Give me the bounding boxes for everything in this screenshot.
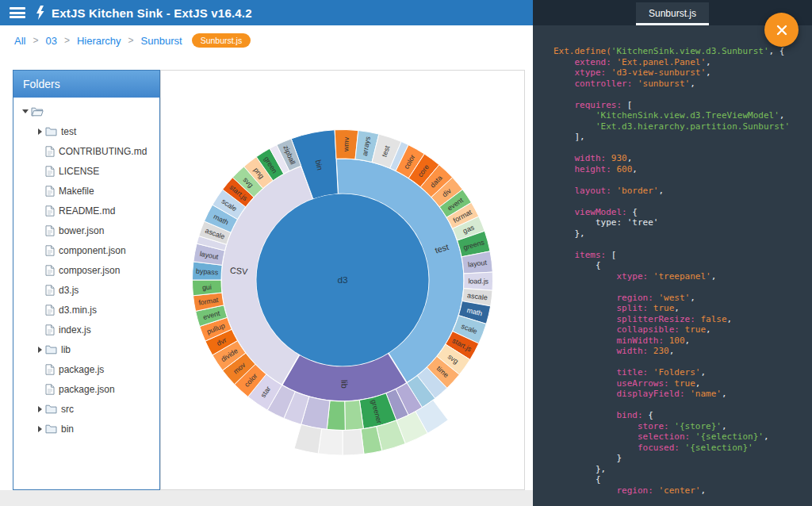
code-line: height: 600, xyxy=(553,164,812,175)
code-line: xtype: 'd3-view-sunburst', xyxy=(553,67,812,79)
breadcrumb-badge[interactable]: Sunburst.js xyxy=(192,33,251,48)
sunburst-segment[interactable] xyxy=(318,429,343,455)
code-line: Ext.define('KitchenSink.view.d3.Sunburst… xyxy=(553,46,812,57)
tree-item-makefile[interactable]: Makefile xyxy=(13,181,159,201)
app-header: ExtJS Kitchen Sink - ExtJS v16.4.2 xyxy=(0,0,533,25)
code-line: title: 'Folders', xyxy=(553,367,812,378)
sunburst-panel: d3testlibCSVbinwmvarraystestcolorcoredat… xyxy=(160,70,525,490)
tree-item-label: package.json xyxy=(59,384,115,395)
code-line xyxy=(553,282,812,293)
file-icon xyxy=(45,305,55,316)
code-line xyxy=(553,357,812,368)
tree-item-label: lib xyxy=(61,344,71,355)
tree-item-bin[interactable]: bin xyxy=(13,419,159,439)
breadcrumb-item-hierarchy[interactable]: Hierarchy xyxy=(77,35,121,47)
code-panel: Ext.define('KitchenSink.view.d3.Sunburst… xyxy=(533,25,812,506)
breadcrumb-item-sunburst[interactable]: Sunburst xyxy=(141,35,182,47)
sencha-logo-icon xyxy=(35,6,45,20)
tree-item-label: composer.json xyxy=(59,265,120,276)
sunburst-chart[interactable]: d3testlibCSVbinwmvarraystestcolorcoredat… xyxy=(161,98,524,462)
file-icon xyxy=(45,166,55,177)
code-line xyxy=(553,89,812,100)
tree-item-package.json[interactable]: package.json xyxy=(13,379,159,399)
tree-item-src[interactable]: src xyxy=(13,399,159,419)
tree-item-component.json[interactable]: component.json xyxy=(13,240,159,260)
code-line: requires: [ xyxy=(553,100,812,111)
code-line: bind: { xyxy=(553,410,812,421)
breadcrumb-separator: > xyxy=(128,35,134,46)
app-title: ExtJS Kitchen Sink - ExtJS v16.4.2 xyxy=(52,6,252,20)
tree-item-root[interactable] xyxy=(13,102,159,121)
file-icon xyxy=(45,265,55,276)
code-line: items: [ xyxy=(553,250,812,261)
tree-item-d3.min.js[interactable]: d3.min.js xyxy=(13,300,159,320)
code-line: } xyxy=(553,453,812,464)
sunburst-label: lib xyxy=(339,380,349,389)
tree-item-license[interactable]: LICENSE xyxy=(13,161,159,181)
file-icon xyxy=(45,225,55,236)
tree-item-label: d3.js xyxy=(59,285,79,296)
chevron-right-icon[interactable] xyxy=(34,347,45,353)
breadcrumb-bar: All>03>Hierarchy>Sunburst Sunburst.js xyxy=(0,25,533,56)
code-line: displayField: 'name', xyxy=(553,389,812,400)
tree-item-lib[interactable]: lib xyxy=(13,339,159,359)
code-line: controller: 'sunburst', xyxy=(553,79,812,90)
close-button[interactable] xyxy=(764,13,799,47)
folder-tree: testCONTRIBUTING.mdLICENSEMakefileREADME… xyxy=(13,98,159,489)
file-icon xyxy=(45,245,55,256)
sunburst-label: bypass xyxy=(196,267,219,277)
code-line: 'KitchenSink.view.d3.TreeViewModel', xyxy=(553,110,812,121)
tree-item-readme.md[interactable]: README.md xyxy=(13,201,159,220)
breadcrumb-item-all[interactable]: All xyxy=(14,35,25,47)
tree-item-bower.json[interactable]: bower.json xyxy=(13,220,159,240)
tree-item-index.js[interactable]: index.js xyxy=(13,320,159,339)
hamburger-icon[interactable] xyxy=(10,7,25,18)
code-line: { xyxy=(553,260,812,271)
chevron-right-icon[interactable] xyxy=(34,426,45,432)
tree-item-label: Makefile xyxy=(59,186,94,197)
tree-item-label: package.js xyxy=(59,364,104,375)
code-content: Ext.define('KitchenSink.view.d3.Sunburst… xyxy=(553,46,812,496)
code-line: type: 'tree' xyxy=(553,217,812,228)
folder-icon xyxy=(45,344,57,355)
code-line: }, xyxy=(553,228,812,240)
file-icon xyxy=(45,324,55,335)
tree-item-label: src xyxy=(61,404,74,415)
chevron-right-icon[interactable] xyxy=(34,406,45,412)
tab-sunburst-js[interactable]: Sunburst.js xyxy=(636,2,709,25)
file-icon xyxy=(45,384,55,395)
sunburst-center-label: d3 xyxy=(337,274,348,286)
sunburst-label: wmv xyxy=(342,136,350,152)
code-line: collapsible: true, xyxy=(553,324,812,335)
sunburst-segment[interactable] xyxy=(294,424,322,454)
code-line: viewModel: { xyxy=(553,207,812,218)
folder-icon xyxy=(45,126,57,136)
code-line: region: 'center', xyxy=(553,485,812,496)
breadcrumb-item-03[interactable]: 03 xyxy=(45,35,56,47)
file-icon xyxy=(45,205,55,217)
tree-item-test[interactable]: test xyxy=(13,121,159,141)
close-icon xyxy=(776,24,788,36)
file-icon xyxy=(45,146,55,157)
code-line: ], xyxy=(553,132,812,143)
tree-item-label: component.json xyxy=(59,245,126,256)
code-line: layout: 'border', xyxy=(553,186,812,197)
chevron-down-icon[interactable] xyxy=(20,109,31,113)
code-line: minWidth: 100, xyxy=(553,335,812,347)
folders-panel-header[interactable]: Folders xyxy=(13,71,159,98)
tree-item-contributing.md[interactable]: CONTRIBUTING.md xyxy=(13,141,159,161)
tree-item-label: README.md xyxy=(59,205,115,217)
code-line: focused: '{selection}' xyxy=(553,443,812,454)
tree-item-package.js[interactable]: package.js xyxy=(13,359,159,379)
sunburst-segment[interactable] xyxy=(343,429,364,455)
code-line: region: 'west', xyxy=(553,293,812,304)
chevron-right-icon[interactable] xyxy=(34,128,45,135)
tree-item-label: bin xyxy=(61,424,74,435)
file-icon xyxy=(45,186,55,197)
tree-item-d3.js[interactable]: d3.js xyxy=(13,280,159,300)
code-line xyxy=(553,174,812,186)
tree-item-label: CONTRIBUTING.md xyxy=(59,146,147,157)
code-line xyxy=(553,143,812,154)
tree-item-composer.json[interactable]: composer.json xyxy=(13,260,159,280)
code-line xyxy=(553,400,812,411)
